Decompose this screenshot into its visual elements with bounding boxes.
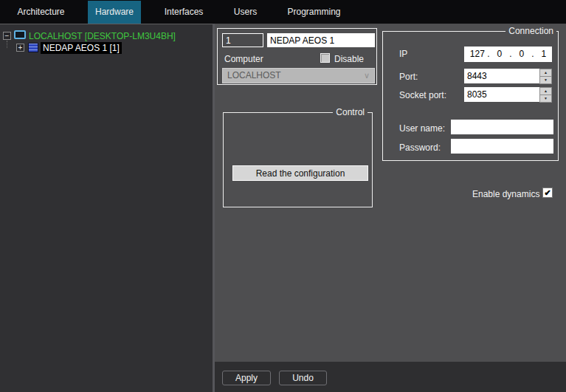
apply-button[interactable]: Apply — [222, 371, 271, 385]
read-configuration-button[interactable]: Read the configuration — [232, 165, 368, 181]
device-id-input[interactable] — [222, 33, 263, 47]
socket-spin-down-icon[interactable]: ▼ — [540, 95, 551, 102]
hardware-tree-panel: − LOCALHOST [DESKTOP-LM3U4BH] + NEDAP AE… — [0, 24, 213, 392]
undo-button[interactable]: Undo — [279, 371, 327, 385]
identity-groupbox: Computer Disable LOCALHOST ∨ — [217, 28, 377, 85]
ip-address-field[interactable]: 127 . 0 . 0 . 1 — [464, 47, 552, 62]
collapse-expander-icon[interactable]: − — [3, 32, 11, 40]
computer-dropdown[interactable]: LOCALHOST ∨ — [222, 68, 375, 83]
expand-expander-icon[interactable]: + — [16, 44, 24, 52]
tab-hardware[interactable]: Hardware — [88, 1, 141, 24]
port-spin-up-icon[interactable]: ▲ — [540, 69, 551, 77]
port-spinner: ▲ ▼ — [539, 69, 552, 84]
computer-dropdown-value: LOCALHOST — [227, 70, 281, 80]
control-groupbox: Control Read the configuration — [223, 112, 373, 207]
control-group-title: Control — [333, 107, 367, 118]
tab-bar: Architecture Hardware Interfaces Users P… — [0, 0, 566, 24]
disable-label: Disable — [334, 54, 364, 64]
password-input[interactable] — [451, 139, 553, 154]
disable-checkbox[interactable] — [320, 53, 330, 63]
computer-label: Computer — [224, 54, 263, 64]
port-input[interactable] — [464, 69, 540, 83]
checkmark-icon: ✔ — [544, 188, 551, 197]
server-icon — [28, 43, 38, 52]
computer-icon — [14, 30, 26, 39]
socket-port-input[interactable] — [464, 87, 540, 102]
username-input[interactable] — [451, 120, 553, 134]
connection-groupbox: Connection IP 127 . 0 . 0 . 1 Port: ▲ ▼ … — [382, 31, 559, 161]
chevron-down-icon: ∨ — [364, 69, 370, 83]
socket-port-spinner: ▲ ▼ — [539, 87, 552, 103]
tab-users[interactable]: Users — [224, 1, 266, 24]
hardware-config-window: { "tabs": [ { "label": "Architecture", "… — [0, 0, 566, 392]
ip-label: IP — [399, 49, 407, 59]
tab-programming[interactable]: Programming — [283, 1, 345, 24]
enable-dynamics-label: Enable dynamics — [472, 189, 539, 199]
tree-item-nedap-aeos[interactable]: NEDAP AEOS 1 [1] — [41, 42, 122, 54]
tab-interfaces[interactable]: Interfaces — [156, 1, 212, 24]
password-label: Password: — [399, 142, 441, 153]
tree-connector-line — [7, 41, 7, 48]
tree-item-localhost[interactable]: LOCALHOST [DESKTOP-LM3U4BH] — [29, 31, 176, 41]
port-spin-down-icon[interactable]: ▼ — [540, 77, 551, 83]
device-name-input[interactable] — [267, 33, 375, 47]
socket-port-label: Socket port: — [399, 90, 446, 100]
enable-dynamics-checkbox[interactable]: ✔ — [542, 188, 553, 198]
connection-group-title: Connection — [505, 26, 556, 37]
username-label: User name: — [399, 123, 445, 134]
port-label: Port: — [399, 72, 418, 82]
action-bar: Apply Undo — [215, 362, 566, 392]
socket-spin-up-icon[interactable]: ▲ — [540, 88, 551, 95]
tab-architecture[interactable]: Architecture — [6, 1, 76, 24]
